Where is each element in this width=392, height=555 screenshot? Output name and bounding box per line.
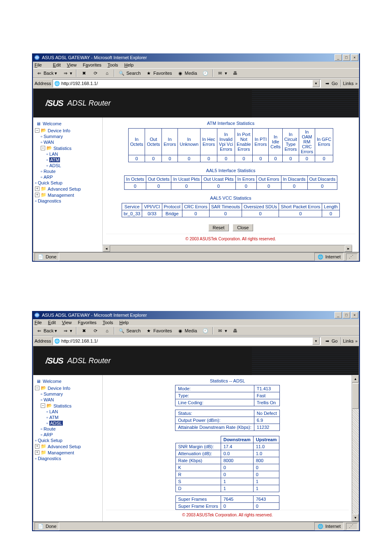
nav-route[interactable]: ▫Route (35, 168, 101, 174)
nav-diagnostics[interactable]: ▫Diagnostics (35, 198, 101, 204)
horizontal-scrollbar[interactable]: ◄ ► (103, 245, 352, 252)
back-button[interactable]: ⇐Back ▾ (35, 327, 58, 334)
nav-quick-setup[interactable]: ▫Quick Setup (35, 180, 101, 186)
menu-edit[interactable]: Edit (53, 62, 61, 67)
minimize-button[interactable]: _ (334, 54, 342, 61)
favorites-button[interactable]: ★Favorites (144, 327, 173, 334)
collapse-icon[interactable]: − (35, 386, 39, 390)
close-button[interactable]: × (351, 312, 358, 318)
menu-favorites[interactable]: Favorites (83, 62, 101, 67)
collapse-icon[interactable]: − (41, 403, 45, 408)
adsl-rate-table: DownstreamUpstream SNR Margin (dB):17.41… (175, 436, 280, 510)
history-button[interactable]: 🕘 (201, 327, 210, 334)
menu-view[interactable]: View (67, 62, 77, 67)
nav-management[interactable]: +📁Management (35, 449, 101, 456)
nav-statistics[interactable]: −📂Statistics (35, 403, 101, 409)
nav-arp[interactable]: ▫ARP (35, 432, 101, 438)
scroll-left-icon[interactable]: ◄ (103, 245, 110, 252)
nav-welcome[interactable]: 🖥Welcome (35, 120, 101, 127)
nav-summary[interactable]: ▫Summary (35, 391, 101, 397)
scroll-up-icon[interactable]: ▲ (352, 375, 359, 382)
address-dropdown[interactable]: ▼ (312, 80, 320, 87)
nav-route[interactable]: ▫Route (35, 426, 101, 432)
menu-favorites[interactable]: Favorites (78, 320, 97, 325)
go-button[interactable]: ➡Go (323, 337, 339, 345)
menu-view[interactable]: View (62, 320, 72, 325)
nav-summary[interactable]: ▫Summary (35, 134, 101, 139)
value: 1 (253, 485, 279, 492)
address-field[interactable]: 🌐 ▼ (53, 337, 321, 345)
menu-edit[interactable]: Edit (48, 320, 56, 325)
minimize-button[interactable]: _ (334, 312, 342, 318)
media-button[interactable]: ◉Media (176, 69, 198, 77)
go-button[interactable]: ➡Go (323, 80, 339, 87)
links-label[interactable]: Links (343, 339, 354, 343)
page-icon: ▫ (41, 426, 42, 431)
stop-button[interactable]: ✖ (79, 327, 88, 334)
refresh-button[interactable]: ⟳ (91, 69, 100, 77)
menu-tools[interactable]: Tools (103, 320, 113, 325)
nav-stat-lan[interactable]: ▫LAN (35, 151, 101, 157)
address-input[interactable] (60, 81, 312, 86)
nav-stat-adsl[interactable]: ▫ADSL (35, 163, 101, 168)
nav-stat-atm[interactable]: ▫ATM (35, 157, 101, 163)
links-label[interactable]: Links (343, 81, 354, 86)
nav-device-info[interactable]: −📂Device Info (35, 385, 101, 391)
nav-statistics[interactable]: −📂Statistics (35, 145, 101, 151)
address-field[interactable]: 🌐 ▼ (53, 79, 321, 88)
nav-stat-lan[interactable]: ▫LAN (35, 409, 101, 415)
close-button[interactable]: × (351, 54, 358, 61)
nav-advanced-setup[interactable]: +📁Advanced Setup (35, 443, 101, 449)
collapse-icon[interactable]: − (35, 128, 39, 133)
close-page-button[interactable]: Close (233, 224, 253, 231)
scroll-down-icon[interactable]: ▼ (352, 514, 359, 521)
search-button[interactable]: 🔍Search (117, 69, 142, 77)
nav-wan[interactable]: ▫WAN (35, 397, 101, 403)
menu-help[interactable]: Help (124, 62, 134, 67)
favorites-button[interactable]: ★Favorites (144, 69, 173, 77)
reset-button[interactable]: Reset (208, 224, 229, 231)
home-button[interactable]: ⌂ (102, 69, 111, 77)
nav-device-info[interactable]: −📂Device Info (35, 127, 101, 134)
nav-quick-setup[interactable]: ▫Quick Setup (35, 438, 101, 443)
nav-stat-adsl[interactable]: ▫ADSL (35, 420, 101, 426)
mail-button[interactable]: ✉▾ (216, 327, 228, 334)
maximize-button[interactable]: □ (343, 312, 350, 318)
history-button[interactable]: 🕘 (201, 69, 210, 77)
refresh-button[interactable]: ⟳ (91, 327, 100, 334)
mail-button[interactable]: ✉▾ (216, 69, 228, 77)
print-button[interactable]: 🖶 (231, 69, 240, 77)
maximize-button[interactable]: □ (343, 54, 350, 61)
forward-button[interactable]: ⇒▾ (61, 327, 74, 334)
home-button[interactable]: ⌂ (102, 327, 111, 334)
media-button[interactable]: ◉Media (176, 327, 198, 334)
search-button[interactable]: 🔍Search (117, 327, 142, 334)
scroll-right-icon[interactable]: ► (345, 245, 352, 252)
nav-management[interactable]: +📁Management (35, 192, 101, 198)
nav-wan[interactable]: ▫WAN (35, 139, 101, 145)
address-dropdown[interactable]: ▼ (312, 337, 320, 345)
vertical-scrollbar[interactable]: ▲ ▼ (352, 375, 359, 521)
resize-grip[interactable]: ⋰ (346, 523, 357, 530)
resize-grip[interactable]: ⋰ (346, 253, 357, 260)
menu-tools[interactable]: Tools (108, 62, 118, 67)
nav-advanced-setup[interactable]: +📁Advanced Setup (35, 186, 101, 192)
expand-icon[interactable]: + (35, 450, 39, 455)
back-button[interactable]: ⇐Back ▾ (35, 69, 58, 77)
nav-stat-atm[interactable]: ▫ATM (35, 415, 101, 420)
address-input[interactable] (60, 338, 312, 344)
expand-icon[interactable]: + (35, 193, 39, 197)
collapse-icon[interactable]: − (41, 146, 45, 150)
menu-file[interactable]: File (35, 320, 42, 325)
scroll-thumb[interactable] (352, 383, 359, 409)
print-button[interactable]: 🖶 (231, 327, 240, 334)
expand-icon[interactable]: + (35, 187, 39, 191)
nav-arp[interactable]: ▫ARP (35, 174, 101, 180)
menu-file[interactable]: File (35, 62, 47, 67)
expand-icon[interactable]: + (35, 444, 39, 449)
forward-button[interactable]: ⇒▾ (61, 69, 74, 77)
stop-button[interactable]: ✖ (79, 69, 88, 77)
nav-diagnostics[interactable]: ▫Diagnostics (35, 456, 101, 461)
nav-welcome[interactable]: 🖥Welcome (35, 378, 101, 385)
menu-help[interactable]: Help (119, 320, 129, 325)
